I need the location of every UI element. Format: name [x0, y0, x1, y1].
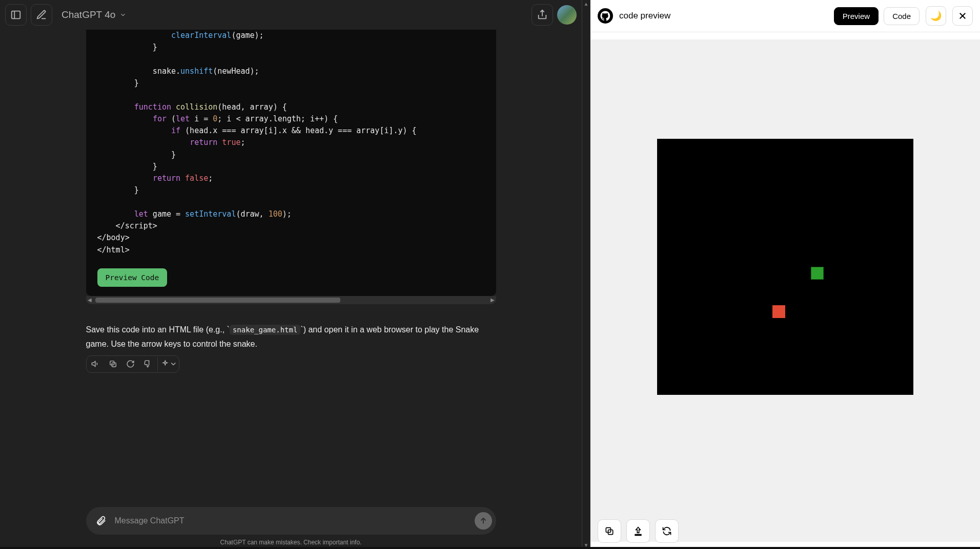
message-input[interactable]: [115, 516, 469, 525]
avatar[interactable]: [557, 5, 577, 25]
topbar: ChatGPT 4o: [0, 0, 582, 30]
explain-filename: snake_game.html: [230, 325, 300, 335]
tab-preview[interactable]: Preview: [834, 7, 879, 25]
scroll-left-arrow-icon[interactable]: ◀: [86, 297, 93, 303]
preview-footer: [598, 519, 679, 543]
game-canvas[interactable]: [657, 139, 913, 395]
send-button[interactable]: [475, 512, 492, 530]
copy-button[interactable]: [105, 357, 121, 371]
tab-code[interactable]: Code: [884, 7, 920, 25]
svg-rect-0: [12, 11, 21, 19]
preview-header: code preview Preview Code 🌙: [590, 0, 980, 32]
share-button[interactable]: [532, 4, 553, 26]
refresh-preview-button[interactable]: [655, 519, 679, 543]
sidebar-toggle-button[interactable]: [5, 4, 27, 26]
code-content: clearInterval(game); } snake.unshift(new…: [97, 30, 485, 256]
bad-response-button[interactable]: [140, 357, 156, 371]
window-bottom-strip: [0, 547, 980, 549]
disclaimer-text: ChatGPT can make mistakes. Check importa…: [0, 539, 582, 546]
copy-preview-button[interactable]: [598, 519, 621, 543]
model-name: ChatGPT 4o: [62, 9, 115, 20]
regenerate-button[interactable]: [122, 357, 139, 371]
conversation-scroll: clearInterval(game); } snake.unshift(new…: [0, 30, 582, 549]
preview-title: code preview: [619, 11, 670, 21]
snake-head: [811, 267, 824, 280]
upload-preview-button[interactable]: [626, 519, 650, 543]
preview-surface: [590, 32, 980, 549]
theme-toggle-button[interactable]: 🌙: [926, 6, 946, 26]
input-area: ChatGPT can make mistakes. Check importa…: [0, 507, 582, 549]
attach-button[interactable]: [92, 512, 110, 530]
explain-text-before: Save this code into an HTML file (e.g.,: [86, 325, 227, 334]
code-block: clearInterval(game); } snake.unshift(new…: [86, 30, 496, 296]
close-preview-button[interactable]: [952, 6, 973, 26]
assistant-explanation: Save this code into an HTML file (e.g., …: [86, 323, 496, 351]
moon-icon: 🌙: [930, 10, 942, 22]
chat-pane: ChatGPT 4o clearInterval(game); } snake.…: [0, 0, 582, 549]
message-input-bar: [86, 507, 496, 535]
scroll-right-arrow-icon[interactable]: ▶: [489, 297, 496, 303]
model-selector[interactable]: ChatGPT 4o: [56, 9, 132, 20]
scrollbar-thumb[interactable]: [95, 298, 341, 303]
github-icon: [598, 8, 613, 24]
new-chat-button[interactable]: [31, 4, 52, 26]
code-horizontal-scrollbar[interactable]: ◀ ▶: [86, 296, 496, 304]
scroll-up-arrow-icon[interactable]: ▲: [582, 1, 590, 7]
message-actions: [86, 355, 179, 373]
more-actions-button[interactable]: [157, 357, 178, 371]
vertical-scrollbar[interactable]: ▲ ▼: [582, 0, 590, 549]
food: [772, 305, 785, 318]
read-aloud-button[interactable]: [88, 357, 104, 371]
chevron-down-icon: [119, 11, 127, 18]
preview-code-button[interactable]: Preview Code: [97, 268, 168, 287]
preview-pane: code preview Preview Code 🌙: [590, 0, 980, 549]
view-toggle: Preview Code: [834, 7, 920, 25]
